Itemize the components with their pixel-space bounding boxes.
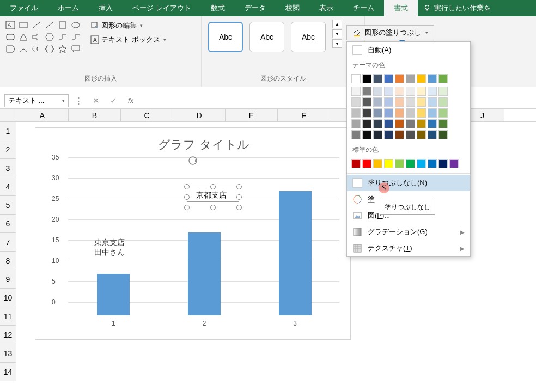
col-header-D[interactable]: D	[173, 109, 226, 121]
selection-handle[interactable]	[236, 184, 242, 189]
texture-fill-item[interactable]: テクスチャ(T) ▶	[347, 240, 470, 256]
standard-color-swatch[interactable]	[395, 159, 404, 168]
standard-color-swatch[interactable]	[438, 159, 448, 168]
theme-color-swatch[interactable]	[362, 119, 371, 128]
standard-color-swatch[interactable]	[406, 159, 415, 168]
theme-color-swatch[interactable]	[351, 74, 361, 83]
name-box[interactable]: テキスト ...▾	[4, 94, 69, 107]
data-label-bar1[interactable]: 東京支店田中さん	[94, 238, 125, 258]
theme-color-swatch[interactable]	[428, 119, 437, 128]
theme-color-swatch[interactable]	[417, 87, 426, 96]
no-fill-item[interactable]: 塗りつぶしなし(N) ↖	[347, 175, 470, 191]
theme-color-swatch[interactable]	[384, 87, 393, 96]
theme-color-swatch[interactable]	[438, 108, 448, 118]
theme-color-swatch[interactable]	[406, 97, 415, 107]
standard-color-swatch[interactable]	[449, 159, 459, 168]
theme-color-swatch[interactable]	[373, 130, 382, 139]
theme-color-swatch[interactable]	[438, 119, 448, 128]
standard-color-swatch[interactable]	[351, 159, 361, 168]
theme-color-swatch[interactable]	[362, 87, 371, 96]
theme-color-swatch[interactable]	[362, 108, 371, 118]
col-header-C[interactable]: C	[121, 109, 173, 121]
shape-line-icon[interactable]	[31, 20, 42, 30]
edit-shape-button[interactable]: 図形の編集▾	[87, 20, 169, 32]
theme-color-swatch[interactable]	[428, 97, 437, 107]
style-preset-1[interactable]: Abc	[208, 22, 243, 52]
chart-title[interactable]: グラフ タイトル	[68, 137, 339, 153]
theme-color-swatch[interactable]	[384, 108, 393, 118]
shape-connector2-icon[interactable]	[70, 32, 82, 42]
theme-color-swatch[interactable]	[395, 130, 404, 139]
tell-me-search[interactable]: 実行したい作業を	[418, 3, 496, 13]
theme-color-swatch[interactable]	[384, 130, 393, 139]
tab-format[interactable]: 書式	[384, 0, 418, 16]
col-header-A[interactable]: A	[16, 109, 69, 121]
row-header-14[interactable]: 14	[0, 363, 16, 381]
bar-3[interactable]	[279, 191, 312, 315]
style-preset-2[interactable]: Abc	[249, 22, 284, 52]
theme-color-swatch[interactable]	[406, 74, 415, 83]
shape-arrow-right-icon[interactable]	[31, 32, 42, 42]
theme-color-swatch[interactable]	[362, 74, 371, 83]
row-header-13[interactable]: 13	[0, 344, 16, 363]
theme-color-swatch[interactable]	[362, 97, 371, 107]
theme-color-swatch[interactable]	[351, 130, 361, 139]
selection-handle[interactable]	[210, 205, 216, 210]
chart-plot-area[interactable]: 05101520253035123東京支店田中さん京都支店	[68, 157, 339, 315]
row-header-1[interactable]: 1	[0, 122, 16, 140]
gradient-fill-item[interactable]: グラデーション(G) ▶	[347, 224, 470, 240]
tab-review[interactable]: 校閲	[276, 0, 309, 16]
styles-scroll-up[interactable]: ▲	[332, 20, 342, 28]
row-header-7[interactable]: 7	[0, 233, 16, 252]
embedded-chart[interactable]: グラフ タイトル 05101520253035123東京支店田中さん京都支店	[35, 127, 351, 340]
row-header-2[interactable]: 2	[0, 140, 16, 159]
theme-color-swatch[interactable]	[406, 87, 415, 96]
theme-color-swatch[interactable]	[351, 108, 361, 118]
styles-scroll-down[interactable]: ▼	[332, 29, 342, 38]
tab-file[interactable]: ファイル	[0, 0, 48, 16]
theme-color-swatch[interactable]	[438, 130, 448, 139]
theme-color-swatch[interactable]	[351, 119, 361, 128]
row-header-8[interactable]: 8	[0, 252, 16, 270]
shape-textbox-icon[interactable]: A	[4, 20, 16, 30]
col-header-E[interactable]: E	[226, 109, 278, 121]
shape-star-icon[interactable]	[57, 44, 69, 54]
theme-color-swatch[interactable]	[373, 119, 382, 128]
shape-pentagon-icon[interactable]	[4, 44, 16, 54]
row-header-3[interactable]: 3	[0, 159, 16, 177]
row-header-5[interactable]: 5	[0, 196, 16, 215]
theme-color-swatch[interactable]	[428, 130, 437, 139]
theme-color-swatch[interactable]	[384, 119, 393, 128]
theme-color-swatch[interactable]	[417, 108, 426, 118]
theme-color-swatch[interactable]	[417, 119, 426, 128]
shape-rounded-icon[interactable]	[4, 32, 16, 42]
theme-color-swatch[interactable]	[384, 74, 393, 83]
tab-insert[interactable]: 挿入	[89, 0, 123, 16]
bar-1[interactable]	[97, 274, 130, 315]
selection-handle[interactable]	[236, 205, 242, 210]
theme-color-swatch[interactable]	[395, 119, 404, 128]
theme-color-swatch[interactable]	[395, 108, 404, 118]
row-header-4[interactable]: 4	[0, 177, 16, 196]
theme-color-swatch[interactable]	[406, 108, 415, 118]
shape-brace-icon[interactable]	[44, 44, 56, 54]
row-header-11[interactable]: 11	[0, 307, 16, 326]
theme-color-swatch[interactable]	[428, 87, 437, 96]
standard-color-swatch[interactable]	[362, 159, 371, 168]
theme-color-swatch[interactable]	[438, 97, 448, 107]
theme-color-swatch[interactable]	[362, 130, 371, 139]
standard-color-swatch[interactable]	[384, 159, 393, 168]
tab-team[interactable]: チーム	[343, 0, 384, 16]
theme-color-swatch[interactable]	[395, 87, 404, 96]
selection-handle[interactable]	[184, 194, 190, 200]
tab-data[interactable]: データ	[235, 0, 276, 16]
shape-oval-icon[interactable]	[70, 20, 82, 30]
theme-color-swatch[interactable]	[395, 74, 404, 83]
fx-button[interactable]: fx	[123, 94, 138, 108]
row-header-10[interactable]: 10	[0, 289, 16, 307]
theme-color-swatch[interactable]	[428, 108, 437, 118]
standard-color-swatch[interactable]	[428, 159, 437, 168]
theme-color-swatch[interactable]	[373, 74, 382, 83]
theme-color-swatch[interactable]	[428, 74, 437, 83]
shape-hexagon-icon[interactable]	[44, 32, 56, 42]
